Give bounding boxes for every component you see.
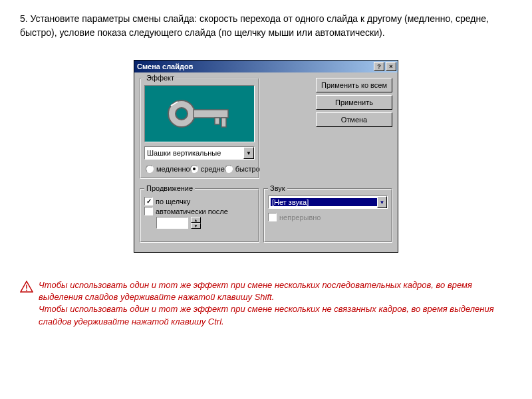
close-icon[interactable]: × [386,62,396,71]
warning-block: Чтобы использовать один и тот же эффект … [20,279,512,328]
left-column: Эффект Шашки вертикальные ▼ [140,78,259,183]
auto-after-label: автоматически после [156,207,228,215]
time-input[interactable] [156,217,188,229]
sound-group-label: Звук [268,184,287,192]
effect-dropdown-value: Шашки вертикальные [147,149,221,157]
effect-preview [144,85,255,142]
apply-button[interactable]: Применить [316,95,392,110]
help-icon[interactable]: ? [374,62,384,71]
on-click-checkbox[interactable]: по щелчку [144,197,255,205]
effect-dropdown[interactable]: Шашки вертикальные ▼ [144,146,255,160]
titlebar-buttons: ? × [374,62,396,71]
checkbox-icon [144,207,153,215]
radio-icon [225,165,233,173]
on-click-label: по щелчку [156,198,190,205]
bottom-row: Продвижение по щелчку автоматически посл… [134,188,398,252]
cancel-button[interactable]: Отмена [316,112,392,127]
spinner-buttons: ▲ ▼ [191,217,201,229]
loop-label: непрерывно [279,213,321,221]
right-column: Применить ко всем Применить Отмена [265,78,392,183]
instruction-text: 5. Установите параметры смены слайда: ск… [20,12,512,40]
dialog-title: Смена слайдов [137,63,193,70]
speed-slow-radio[interactable]: медленно [146,165,190,173]
dialog-body: Эффект Шашки вертикальные ▼ [134,72,398,188]
warning-line-2: Чтобы использовать один и тот же эффект … [39,303,512,327]
sound-groupbox: Звук [Нет звука] ▼ непрерывно [263,188,392,243]
svg-rect-3 [215,118,219,124]
speed-medium-label: средне [201,165,225,173]
warning-line-1: Чтобы использовать один и тот же эффект … [39,279,512,303]
spin-down-icon[interactable]: ▼ [191,223,201,229]
chevron-down-icon[interactable]: ▼ [377,196,387,208]
svg-point-1 [176,108,188,120]
svg-point-7 [26,290,27,291]
sound-dropdown[interactable]: [Нет звука] ▼ [268,196,388,209]
speed-medium-radio[interactable]: средне [190,165,225,173]
slide-transition-dialog: Смена слайдов ? × Эффект [134,60,398,253]
speed-fast-radio[interactable]: быстро [225,165,260,173]
effect-groupbox: Эффект Шашки вертикальные ▼ [140,78,259,179]
radio-icon [190,165,198,173]
spacer [265,130,392,183]
speed-radio-group: медленно средне быстро [144,164,255,174]
dialog-container: Смена слайдов ? × Эффект [20,60,512,253]
key-icon [163,94,236,134]
apply-all-button[interactable]: Применить ко всем [316,78,392,92]
sound-dropdown-value: [Нет звука] [271,198,377,206]
svg-rect-2 [194,110,228,118]
svg-rect-4 [221,118,226,127]
auto-after-checkbox[interactable]: автоматически после [144,207,255,215]
effect-group-label: Эффект [144,74,176,82]
warning-icon [20,281,33,293]
radio-icon [146,165,154,173]
dialog-titlebar[interactable]: Смена слайдов ? × [134,61,398,72]
checkbox-icon [144,197,153,205]
chevron-down-icon[interactable]: ▼ [243,147,254,159]
warning-text: Чтобы использовать один и тот же эффект … [39,279,512,328]
checkbox-icon [268,213,277,221]
loop-checkbox: непрерывно [268,213,388,221]
time-spinner: ▲ ▼ [144,217,255,229]
speed-fast-label: быстро [235,165,260,173]
advance-groupbox: Продвижение по щелчку автоматически посл… [140,188,259,243]
speed-slow-label: медленно [156,165,190,173]
spin-up-icon[interactable]: ▲ [191,217,201,223]
advance-group-label: Продвижение [144,184,195,192]
